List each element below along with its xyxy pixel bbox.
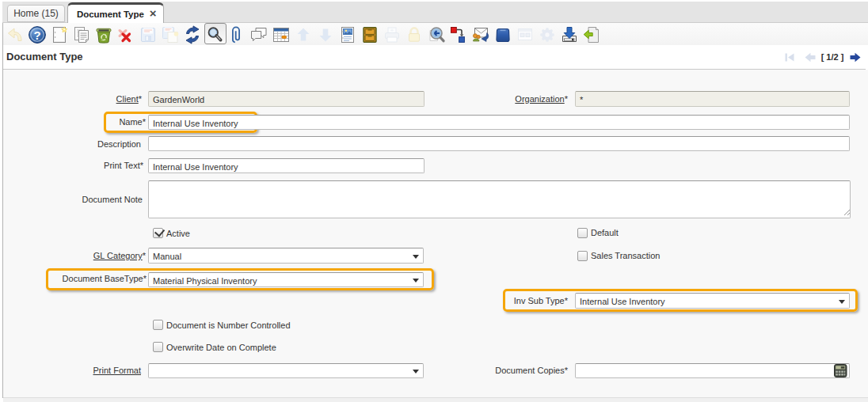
svg-text:?: ? <box>33 28 40 42</box>
